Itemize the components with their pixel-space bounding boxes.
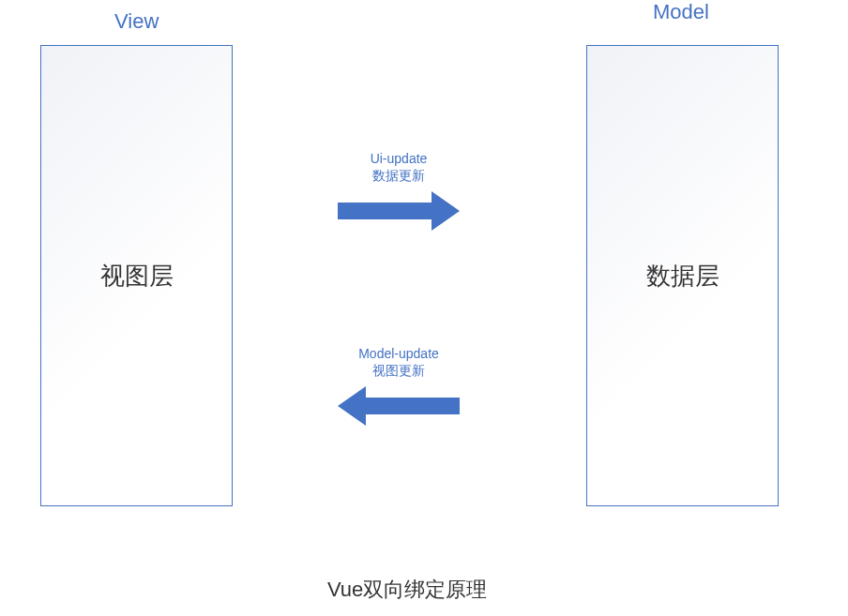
- model-header-label: Model: [653, 0, 709, 24]
- svg-marker-1: [338, 386, 460, 426]
- arrow-left-label: Model-update 视图更新: [358, 345, 439, 379]
- arrow-left-icon: [338, 386, 460, 426]
- arrow-right-label: Ui-update 数据更新: [371, 150, 428, 184]
- arrow-right-label-line2: 数据更新: [371, 167, 428, 184]
- view-box-label: 视图层: [100, 260, 174, 293]
- arrow-right-label-line1: Ui-update: [371, 150, 428, 167]
- arrow-right-icon: [338, 191, 460, 231]
- arrow-left-label-line2: 视图更新: [358, 362, 439, 379]
- arrow-left-label-line1: Model-update: [358, 345, 439, 362]
- diagram-caption: Vue双向绑定原理: [327, 576, 487, 604]
- svg-marker-0: [338, 191, 460, 231]
- model-box-label: 数据层: [646, 260, 719, 293]
- view-header-label: View: [114, 9, 159, 34]
- view-box: 视图层: [40, 45, 233, 506]
- arrow-left-section: Model-update 视图更新: [338, 345, 460, 426]
- arrow-right-section: Ui-update 数据更新: [338, 150, 460, 231]
- model-box: 数据层: [586, 45, 779, 506]
